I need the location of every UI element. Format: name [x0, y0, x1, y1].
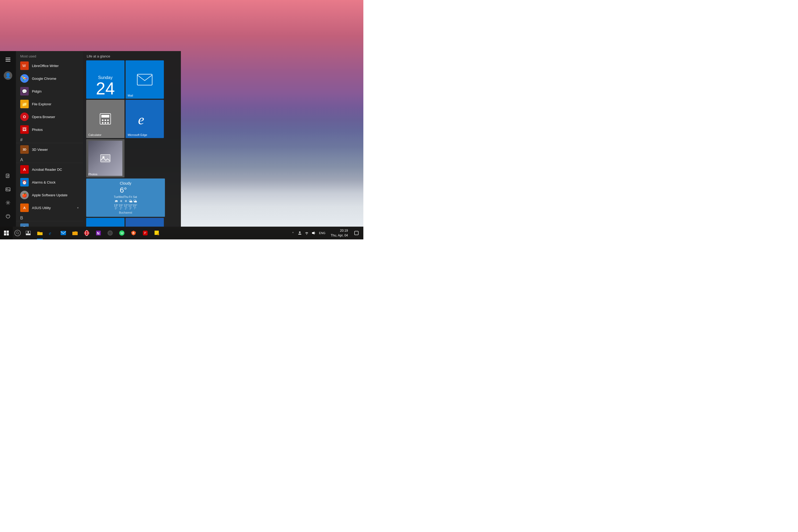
taskbar-whatsapp[interactable]: W	[116, 227, 128, 240]
app-name: Alarms & Clock	[32, 180, 56, 184]
weather-condition: Cloudy	[120, 181, 131, 185]
show-hidden-icons[interactable]: ^	[290, 227, 296, 240]
tile-calendar[interactable]: Sunday 24	[86, 60, 125, 99]
acrobat-icon: A	[20, 165, 29, 174]
svg-point-19	[102, 122, 103, 124]
svg-rect-44	[26, 231, 28, 233]
start-button[interactable]	[0, 227, 13, 240]
forecast-low: 2°	[124, 207, 128, 210]
svg-point-20	[104, 122, 106, 124]
asus-icon: A	[20, 204, 29, 212]
svg-marker-67	[312, 231, 315, 234]
tray-network-icon[interactable]	[304, 227, 310, 240]
settings-icon[interactable]	[2, 196, 14, 209]
forecast-high: 12°	[124, 204, 128, 207]
tile-weather[interactable]: Cloudy 6° Tue 🌧 13° 5° Wed ☀ 15° 2°	[86, 178, 165, 217]
svg-rect-15	[101, 115, 109, 118]
user-avatar[interactable]: 👤	[2, 69, 14, 82]
forecast-icon: 🌥	[133, 199, 137, 203]
start-menu: 👤	[0, 51, 181, 227]
svg-rect-39	[7, 231, 9, 233]
app-battle-net[interactable]: B Battle.net ▾	[16, 221, 83, 227]
taskbar-brave[interactable]: B	[128, 227, 139, 240]
file-explorer-icon: 📁	[20, 100, 29, 108]
forecast-day-label: Sat	[133, 195, 137, 198]
section-b: B	[16, 214, 83, 221]
notification-center-button[interactable]	[352, 227, 361, 240]
opera-icon: O	[20, 113, 29, 121]
forecast-icon: ☀	[124, 199, 128, 203]
app-libreoffice-writer[interactable]: W LibreOffice Writer	[16, 59, 83, 72]
tray-volume-icon[interactable]	[310, 227, 317, 240]
svg-rect-4	[7, 175, 9, 175]
app-pidgin[interactable]: 💬 Pidgin	[16, 85, 83, 98]
app-name: File Explorer	[32, 102, 51, 106]
forecast-low: 3°	[129, 207, 133, 210]
most-used-title: Most used	[16, 51, 83, 59]
app-name: Google Chrome	[32, 77, 56, 81]
app-name: Pidgin	[32, 89, 41, 93]
cortana-search[interactable]	[13, 227, 22, 240]
svg-point-17	[104, 119, 106, 121]
svg-rect-40	[4, 233, 6, 235]
app-list: Most used W LibreOffice Writer Google Ch…	[16, 51, 83, 227]
svg-rect-38	[4, 231, 6, 233]
app-acrobat[interactable]: A Acrobat Reader DC	[16, 163, 83, 176]
taskbar-file-manager[interactable]	[69, 227, 81, 240]
forecast-high: 15°	[133, 204, 137, 207]
task-view-button[interactable]	[22, 227, 34, 240]
forecast-day-label: Thu	[124, 195, 128, 198]
tile-calculator[interactable]: Calculator	[86, 100, 125, 138]
clock-time: 20:19	[331, 228, 348, 233]
svg-rect-41	[7, 233, 9, 235]
tile-photos[interactable]: Photos	[86, 139, 125, 177]
pictures-icon[interactable]	[2, 183, 14, 196]
tray-language[interactable]: ENG	[317, 227, 327, 240]
svg-text:W: W	[22, 63, 26, 68]
forecast-day-label: Fri	[129, 195, 133, 198]
app-file-explorer[interactable]: 📁 File Explorer	[16, 98, 83, 110]
power-icon[interactable]	[2, 210, 14, 222]
app-name: Acrobat Reader DC	[32, 168, 62, 172]
taskbar-onenote[interactable]: N	[93, 227, 104, 240]
taskbar-edge[interactable]: e	[46, 227, 57, 240]
svg-rect-68	[355, 231, 358, 235]
taskbar-opera[interactable]	[81, 227, 93, 240]
app-opera[interactable]: O Opera Browser	[16, 110, 83, 123]
app-name: Photos	[32, 128, 42, 132]
forecast-high: 15°	[118, 204, 124, 207]
tile-word[interactable]: W Microsoft Wo...	[126, 218, 164, 227]
svg-point-21	[107, 122, 109, 124]
clock-display[interactable]: 20:19 Thu, Apr, 04	[327, 228, 351, 238]
tiles-panel: Life at a glance Sunday 24 Mail	[83, 51, 181, 227]
app-google-chrome[interactable]: Google Chrome	[16, 72, 83, 85]
app-alarms-clock[interactable]: ⏰ Alarms & Clock	[16, 176, 83, 189]
app-name: 3D Viewer	[32, 148, 48, 152]
svg-point-16	[102, 119, 103, 121]
app-3d-viewer[interactable]: 3D 3D Viewer	[16, 143, 83, 156]
tray-user-icon[interactable]	[297, 227, 303, 240]
forecast-day-label: Wed	[118, 195, 124, 198]
taskbar-music[interactable]	[104, 227, 116, 240]
app-apple-software-update[interactable]: 🍎 Apple Software Update	[16, 189, 83, 201]
start-nav-strip: 👤	[0, 51, 16, 227]
pidgin-icon: 💬	[20, 87, 29, 95]
svg-text:B: B	[132, 232, 134, 234]
tile-skype[interactable]: S Skype	[86, 218, 125, 227]
forecast-icon: 🌧	[114, 199, 118, 203]
weather-forecast: Tue 🌧 13° 5° Wed ☀ 15° 2° Thu ☀ 12°	[114, 195, 137, 210]
hamburger-menu-icon[interactable]	[2, 53, 14, 66]
taskbar-file-explorer[interactable]	[34, 227, 46, 240]
app-photos[interactable]: 🖼 Photos	[16, 123, 83, 136]
tile-edge[interactable]: e Microsoft Edge	[126, 100, 164, 138]
taskbar-pocket[interactable]: P	[139, 227, 151, 240]
taskbar-sticky-notes[interactable]	[151, 227, 163, 240]
tile-mail[interactable]: Mail	[126, 60, 164, 99]
battlenet-icon: B	[20, 224, 29, 227]
app-asus-utility[interactable]: A ASUS Utility ▾	[16, 201, 83, 214]
taskbar-mail[interactable]	[57, 227, 69, 240]
tiles-section-life: Life at a glance	[86, 54, 178, 58]
documents-icon[interactable]	[2, 170, 14, 183]
svg-point-66	[299, 231, 301, 233]
forecast-low: 2°	[118, 207, 124, 210]
